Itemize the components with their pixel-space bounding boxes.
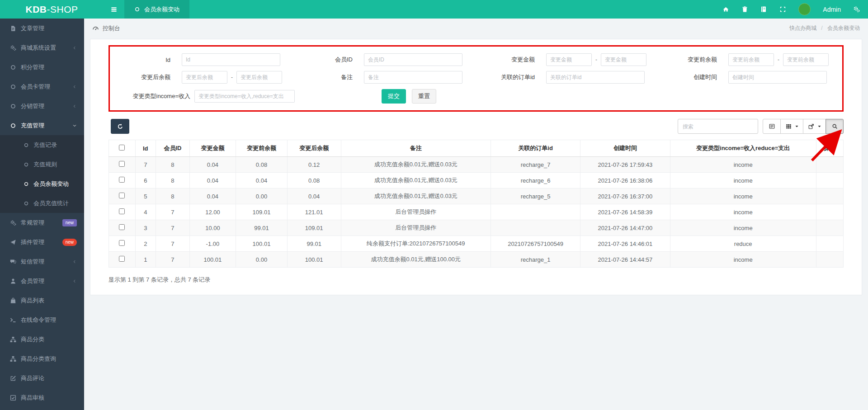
search-toggle-button[interactable] xyxy=(826,119,844,134)
sidebar-item-label: 商品评论 xyxy=(21,374,44,382)
column-header-变更类型income=收入reduce=支出[interactable]: 变更类型income=收入reduce=支出 xyxy=(670,140,816,157)
sidebar-item-文章管理[interactable]: 文章管理 xyxy=(0,19,84,38)
admin-menu[interactable]: Admin xyxy=(823,6,841,13)
sidebar-item-在线命令管理[interactable]: 在线命令管理 xyxy=(0,310,84,330)
breadcrumb: 快点办商城 / 会员余额变动 xyxy=(789,24,860,32)
table-cell: 2 xyxy=(135,236,156,252)
column-header-关联的订单id[interactable]: 关联的订单id xyxy=(491,140,580,157)
table-cell: 8 xyxy=(156,189,190,204)
tab-member-balance-change[interactable]: 会员余额变动 xyxy=(124,0,189,19)
column-header-备注[interactable]: 备注 xyxy=(341,140,491,157)
fullscreen-icon[interactable] xyxy=(779,6,786,13)
sidebar-item-商品分类[interactable]: 商品分类 xyxy=(0,330,84,349)
column-header-创建时间[interactable]: 创建时间 xyxy=(580,140,670,157)
search-icon xyxy=(832,123,838,129)
breadcrumb-root[interactable]: 快点办商城 xyxy=(789,25,816,31)
变更金额-min-input[interactable] xyxy=(546,53,592,66)
sidebar-item-充值管理[interactable]: 充值管理 xyxy=(0,116,84,135)
变更金额-max-input[interactable] xyxy=(601,53,646,66)
sidebar-subitem-充值记录[interactable]: 充值记录 xyxy=(0,135,84,155)
trash-icon[interactable] xyxy=(741,6,748,13)
sidebar-subitem-label: 充值规则 xyxy=(33,160,57,169)
变更前余额-min-input[interactable] xyxy=(728,53,774,66)
new-badge: new xyxy=(62,219,77,226)
sidebar-item-插件管理[interactable]: 插件管理new xyxy=(0,232,84,252)
row-checkbox[interactable] xyxy=(119,208,125,214)
chevron-left-icon xyxy=(72,46,77,50)
field-label: 变更后余额 xyxy=(111,73,170,81)
sidebar-item-商品分类查询[interactable]: 商品分类查询 xyxy=(0,349,84,368)
sidebar-item-会员管理[interactable]: 会员管理 xyxy=(0,271,84,291)
table-row: 27-1.00100.0199.01纯余额支付订单:20210726757100… xyxy=(109,236,844,252)
row-checkbox[interactable] xyxy=(119,161,125,167)
caret-down-icon xyxy=(794,124,798,128)
chevron-left-icon xyxy=(72,279,77,283)
column-header-变更前余额[interactable]: 变更前余额 xyxy=(236,140,288,157)
sitemap-icon xyxy=(10,336,16,343)
sidebar-item-积分管理[interactable]: 积分管理 xyxy=(0,57,84,77)
columns-toggle-button[interactable] xyxy=(780,119,803,134)
变更前余额-max-input[interactable] xyxy=(783,53,829,66)
reset-button[interactable]: 重置 xyxy=(412,89,436,104)
submit-button[interactable]: 提交 xyxy=(382,89,406,104)
toolbar-button-group xyxy=(763,119,844,134)
column-header-变更后余额[interactable]: 变更后余额 xyxy=(287,140,341,157)
search-input[interactable] xyxy=(678,119,758,134)
refresh-button[interactable] xyxy=(111,119,129,134)
table-cell: 0.04 xyxy=(287,189,341,204)
settings-gear-icon[interactable] xyxy=(853,6,860,13)
row-checkbox[interactable] xyxy=(119,193,125,198)
变更后余额-max-input[interactable] xyxy=(236,71,282,84)
select-all-checkbox[interactable] xyxy=(119,145,125,151)
table-cell: income xyxy=(670,189,816,204)
log-icon[interactable] xyxy=(760,6,767,13)
change-type-input[interactable] xyxy=(194,90,295,103)
shopping-bag-icon xyxy=(10,297,16,304)
chevron-left-icon xyxy=(72,85,77,89)
export-button[interactable] xyxy=(803,119,826,134)
column-header-操作[interactable]: 操作 xyxy=(816,140,843,157)
detail-view-button[interactable] xyxy=(763,119,781,134)
sidebar-subitem-充值规则[interactable]: 充值规则 xyxy=(0,155,84,174)
sidebar-toggle-button[interactable] xyxy=(104,0,124,19)
sidebar-subitem-会员充值统计[interactable]: 会员充值统计 xyxy=(0,193,84,213)
log-icon xyxy=(760,6,767,13)
table-cell: 3 xyxy=(135,220,156,236)
Id-input[interactable] xyxy=(182,53,280,66)
会员ID-input[interactable] xyxy=(364,53,462,66)
创建时间-input[interactable] xyxy=(728,71,827,84)
column-header-会员ID[interactable]: 会员ID xyxy=(156,140,190,157)
home-icon[interactable] xyxy=(722,6,729,13)
sidebar-item-商品评论[interactable]: 商品评论 xyxy=(0,368,84,388)
chevron-left-icon xyxy=(72,259,77,264)
table-cell: 0.04 xyxy=(189,189,236,204)
sidebar-item-商品审核[interactable]: 商品审核 xyxy=(0,388,84,407)
column-header-变更金额[interactable]: 变更金额 xyxy=(189,140,236,157)
sidebar-item-短信管理[interactable]: 短信管理 xyxy=(0,252,84,271)
column-header-Id[interactable]: Id xyxy=(135,140,156,157)
关联的订单id-input[interactable] xyxy=(546,71,645,84)
table-cell: recharge_7 xyxy=(491,157,580,173)
topbar-actions: Admin xyxy=(722,0,868,19)
sidebar-subitem-label: 充值记录 xyxy=(33,141,57,149)
avatar[interactable] xyxy=(798,3,811,15)
变更后余额-min-input[interactable] xyxy=(182,71,227,84)
form-field-变更前余额: 变更前余额- xyxy=(657,53,840,66)
sidebar-subitem-会员余额变动[interactable]: 会员余额变动 xyxy=(0,174,84,193)
annotation-red-box: Id会员ID变更金额-变更前余额-变更后余额-备注关联的订单id创建时间 变更类… xyxy=(108,45,844,112)
sidebar-item-商品列表[interactable]: 商品列表 xyxy=(0,291,84,310)
row-checkbox[interactable] xyxy=(119,177,125,183)
sidebar-item-会员卡管理[interactable]: 会员卡管理 xyxy=(0,77,84,96)
row-checkbox[interactable] xyxy=(119,240,125,246)
备注-input[interactable] xyxy=(364,71,462,84)
sidebar-item-label: 短信管理 xyxy=(21,258,44,266)
table-cell: 20210726757100549 xyxy=(491,236,580,252)
sidebar-item-商城系统设置[interactable]: 商城系统设置 xyxy=(0,38,84,57)
sidebar-item-常规管理[interactable]: 常规管理new xyxy=(0,213,84,232)
sidebar-item-label: 充值管理 xyxy=(21,122,44,130)
sidebar-item-分销管理[interactable]: 分销管理 xyxy=(0,96,84,116)
row-checkbox[interactable] xyxy=(119,256,125,262)
new-badge: new xyxy=(62,239,77,246)
table-row: 780.040.080.12成功充值余额0.01元,赠送0.03元recharg… xyxy=(109,157,844,173)
row-checkbox[interactable] xyxy=(119,224,125,230)
